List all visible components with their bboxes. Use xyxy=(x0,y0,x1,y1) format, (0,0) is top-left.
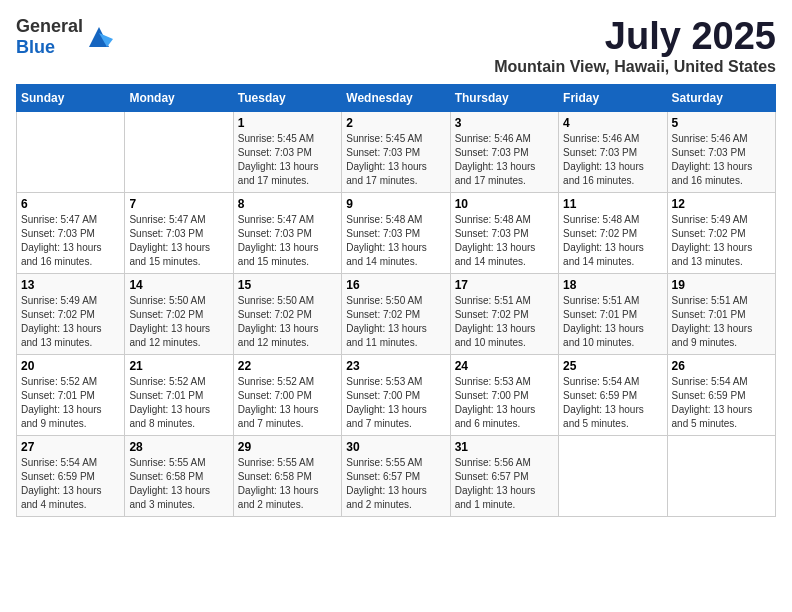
calendar-day-cell: 19Sunrise: 5:51 AM Sunset: 7:01 PM Dayli… xyxy=(667,273,775,354)
calendar-week-row: 20Sunrise: 5:52 AM Sunset: 7:01 PM Dayli… xyxy=(17,354,776,435)
day-number: 16 xyxy=(346,278,445,292)
calendar-day-cell: 8Sunrise: 5:47 AM Sunset: 7:03 PM Daylig… xyxy=(233,192,341,273)
day-of-week-header: Monday xyxy=(125,84,233,111)
day-number: 20 xyxy=(21,359,120,373)
calendar-day-cell xyxy=(667,435,775,516)
calendar-day-cell: 9Sunrise: 5:48 AM Sunset: 7:03 PM Daylig… xyxy=(342,192,450,273)
day-number: 7 xyxy=(129,197,228,211)
day-info: Sunrise: 5:47 AM Sunset: 7:03 PM Dayligh… xyxy=(129,213,228,269)
calendar-day-cell: 20Sunrise: 5:52 AM Sunset: 7:01 PM Dayli… xyxy=(17,354,125,435)
day-number: 10 xyxy=(455,197,554,211)
calendar-header: SundayMondayTuesdayWednesdayThursdayFrid… xyxy=(17,84,776,111)
calendar-day-cell: 21Sunrise: 5:52 AM Sunset: 7:01 PM Dayli… xyxy=(125,354,233,435)
day-number: 28 xyxy=(129,440,228,454)
calendar-day-cell: 5Sunrise: 5:46 AM Sunset: 7:03 PM Daylig… xyxy=(667,111,775,192)
calendar-day-cell: 31Sunrise: 5:56 AM Sunset: 6:57 PM Dayli… xyxy=(450,435,558,516)
calendar-week-row: 1Sunrise: 5:45 AM Sunset: 7:03 PM Daylig… xyxy=(17,111,776,192)
day-number: 19 xyxy=(672,278,771,292)
day-info: Sunrise: 5:53 AM Sunset: 7:00 PM Dayligh… xyxy=(346,375,445,431)
day-info: Sunrise: 5:51 AM Sunset: 7:01 PM Dayligh… xyxy=(672,294,771,350)
calendar-day-cell: 17Sunrise: 5:51 AM Sunset: 7:02 PM Dayli… xyxy=(450,273,558,354)
day-info: Sunrise: 5:51 AM Sunset: 7:01 PM Dayligh… xyxy=(563,294,662,350)
calendar-day-cell: 18Sunrise: 5:51 AM Sunset: 7:01 PM Dayli… xyxy=(559,273,667,354)
logo-blue: Blue xyxy=(16,37,55,57)
calendar-body: 1Sunrise: 5:45 AM Sunset: 7:03 PM Daylig… xyxy=(17,111,776,516)
day-number: 14 xyxy=(129,278,228,292)
day-number: 22 xyxy=(238,359,337,373)
calendar-week-row: 6Sunrise: 5:47 AM Sunset: 7:03 PM Daylig… xyxy=(17,192,776,273)
day-info: Sunrise: 5:55 AM Sunset: 6:57 PM Dayligh… xyxy=(346,456,445,512)
day-of-week-header: Thursday xyxy=(450,84,558,111)
day-number: 3 xyxy=(455,116,554,130)
day-info: Sunrise: 5:46 AM Sunset: 7:03 PM Dayligh… xyxy=(563,132,662,188)
day-of-week-header: Friday xyxy=(559,84,667,111)
day-number: 24 xyxy=(455,359,554,373)
day-info: Sunrise: 5:49 AM Sunset: 7:02 PM Dayligh… xyxy=(21,294,120,350)
day-info: Sunrise: 5:46 AM Sunset: 7:03 PM Dayligh… xyxy=(672,132,771,188)
day-number: 31 xyxy=(455,440,554,454)
calendar-day-cell: 29Sunrise: 5:55 AM Sunset: 6:58 PM Dayli… xyxy=(233,435,341,516)
logo-text: General Blue xyxy=(16,16,83,58)
calendar-day-cell: 14Sunrise: 5:50 AM Sunset: 7:02 PM Dayli… xyxy=(125,273,233,354)
calendar-day-cell: 30Sunrise: 5:55 AM Sunset: 6:57 PM Dayli… xyxy=(342,435,450,516)
calendar-day-cell: 6Sunrise: 5:47 AM Sunset: 7:03 PM Daylig… xyxy=(17,192,125,273)
calendar-day-cell: 27Sunrise: 5:54 AM Sunset: 6:59 PM Dayli… xyxy=(17,435,125,516)
day-of-week-header: Wednesday xyxy=(342,84,450,111)
day-number: 5 xyxy=(672,116,771,130)
day-info: Sunrise: 5:45 AM Sunset: 7:03 PM Dayligh… xyxy=(238,132,337,188)
calendar-day-cell: 23Sunrise: 5:53 AM Sunset: 7:00 PM Dayli… xyxy=(342,354,450,435)
day-info: Sunrise: 5:47 AM Sunset: 7:03 PM Dayligh… xyxy=(21,213,120,269)
day-info: Sunrise: 5:50 AM Sunset: 7:02 PM Dayligh… xyxy=(129,294,228,350)
day-number: 30 xyxy=(346,440,445,454)
calendar-day-cell: 28Sunrise: 5:55 AM Sunset: 6:58 PM Dayli… xyxy=(125,435,233,516)
calendar-week-row: 27Sunrise: 5:54 AM Sunset: 6:59 PM Dayli… xyxy=(17,435,776,516)
day-number: 21 xyxy=(129,359,228,373)
day-of-week-header: Saturday xyxy=(667,84,775,111)
days-of-week-row: SundayMondayTuesdayWednesdayThursdayFrid… xyxy=(17,84,776,111)
day-number: 23 xyxy=(346,359,445,373)
day-info: Sunrise: 5:55 AM Sunset: 6:58 PM Dayligh… xyxy=(129,456,228,512)
day-number: 8 xyxy=(238,197,337,211)
logo: General Blue xyxy=(16,16,113,58)
calendar-day-cell: 13Sunrise: 5:49 AM Sunset: 7:02 PM Dayli… xyxy=(17,273,125,354)
day-info: Sunrise: 5:50 AM Sunset: 7:02 PM Dayligh… xyxy=(238,294,337,350)
calendar-day-cell: 10Sunrise: 5:48 AM Sunset: 7:03 PM Dayli… xyxy=(450,192,558,273)
day-number: 6 xyxy=(21,197,120,211)
day-info: Sunrise: 5:56 AM Sunset: 6:57 PM Dayligh… xyxy=(455,456,554,512)
day-info: Sunrise: 5:52 AM Sunset: 7:00 PM Dayligh… xyxy=(238,375,337,431)
day-info: Sunrise: 5:48 AM Sunset: 7:03 PM Dayligh… xyxy=(346,213,445,269)
day-number: 29 xyxy=(238,440,337,454)
calendar-day-cell: 24Sunrise: 5:53 AM Sunset: 7:00 PM Dayli… xyxy=(450,354,558,435)
calendar-day-cell xyxy=(125,111,233,192)
title-block: July 2025 Mountain View, Hawaii, United … xyxy=(494,16,776,76)
day-info: Sunrise: 5:52 AM Sunset: 7:01 PM Dayligh… xyxy=(129,375,228,431)
calendar-week-row: 13Sunrise: 5:49 AM Sunset: 7:02 PM Dayli… xyxy=(17,273,776,354)
day-of-week-header: Tuesday xyxy=(233,84,341,111)
day-info: Sunrise: 5:49 AM Sunset: 7:02 PM Dayligh… xyxy=(672,213,771,269)
logo-general: General xyxy=(16,16,83,36)
calendar-day-cell: 1Sunrise: 5:45 AM Sunset: 7:03 PM Daylig… xyxy=(233,111,341,192)
calendar-table: SundayMondayTuesdayWednesdayThursdayFrid… xyxy=(16,84,776,517)
day-number: 4 xyxy=(563,116,662,130)
location-title: Mountain View, Hawaii, United States xyxy=(494,58,776,76)
day-info: Sunrise: 5:54 AM Sunset: 6:59 PM Dayligh… xyxy=(563,375,662,431)
page-header: General Blue July 2025 Mountain View, Ha… xyxy=(16,16,776,76)
calendar-day-cell xyxy=(559,435,667,516)
day-info: Sunrise: 5:54 AM Sunset: 6:59 PM Dayligh… xyxy=(672,375,771,431)
day-number: 26 xyxy=(672,359,771,373)
calendar-day-cell: 7Sunrise: 5:47 AM Sunset: 7:03 PM Daylig… xyxy=(125,192,233,273)
calendar-day-cell: 12Sunrise: 5:49 AM Sunset: 7:02 PM Dayli… xyxy=(667,192,775,273)
calendar-day-cell: 16Sunrise: 5:50 AM Sunset: 7:02 PM Dayli… xyxy=(342,273,450,354)
month-title: July 2025 xyxy=(494,16,776,58)
calendar-day-cell: 11Sunrise: 5:48 AM Sunset: 7:02 PM Dayli… xyxy=(559,192,667,273)
day-number: 11 xyxy=(563,197,662,211)
day-number: 25 xyxy=(563,359,662,373)
day-of-week-header: Sunday xyxy=(17,84,125,111)
calendar-day-cell: 15Sunrise: 5:50 AM Sunset: 7:02 PM Dayli… xyxy=(233,273,341,354)
day-info: Sunrise: 5:47 AM Sunset: 7:03 PM Dayligh… xyxy=(238,213,337,269)
day-number: 27 xyxy=(21,440,120,454)
day-number: 9 xyxy=(346,197,445,211)
day-info: Sunrise: 5:46 AM Sunset: 7:03 PM Dayligh… xyxy=(455,132,554,188)
day-number: 18 xyxy=(563,278,662,292)
day-number: 17 xyxy=(455,278,554,292)
